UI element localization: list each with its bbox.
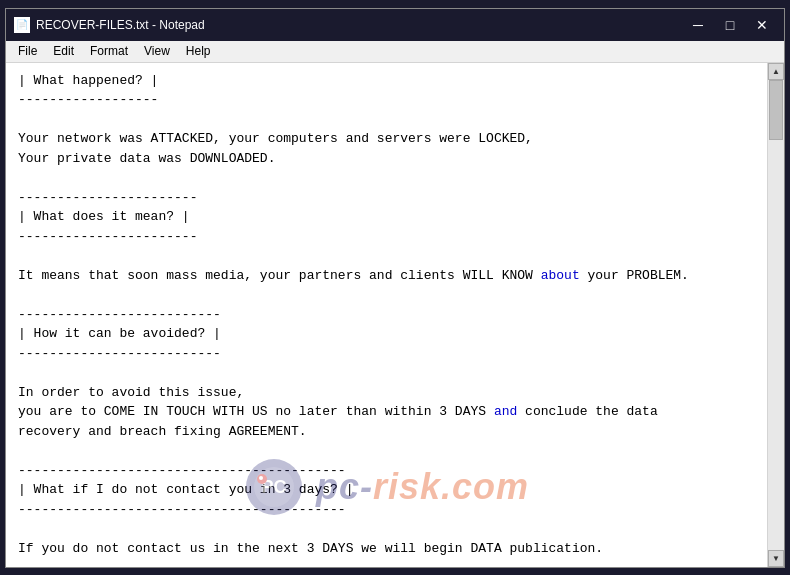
menu-view[interactable]: View — [136, 42, 178, 60]
content-area: | What happened? | ------------------ Yo… — [6, 63, 784, 567]
close-button[interactable]: ✕ — [748, 15, 776, 35]
scroll-up-button[interactable]: ▲ — [768, 63, 784, 80]
text-editor[interactable]: | What happened? | ------------------ Yo… — [6, 63, 767, 567]
menu-format[interactable]: Format — [82, 42, 136, 60]
window-controls: ─ □ ✕ — [684, 15, 776, 35]
app-icon: 📄 — [14, 17, 30, 33]
menu-help[interactable]: Help — [178, 42, 219, 60]
minimize-button[interactable]: ─ — [684, 15, 712, 35]
menu-bar: File Edit Format View Help — [6, 41, 784, 63]
window-title: RECOVER-FILES.txt - Notepad — [36, 18, 205, 32]
scrollbar[interactable]: ▲ ▼ — [767, 63, 784, 567]
notepad-window: 📄 RECOVER-FILES.txt - Notepad ─ □ ✕ File… — [5, 8, 785, 568]
title-bar: 📄 RECOVER-FILES.txt - Notepad ─ □ ✕ — [6, 9, 784, 41]
scroll-down-button[interactable]: ▼ — [768, 550, 784, 567]
scroll-track[interactable] — [768, 80, 784, 550]
maximize-button[interactable]: □ — [716, 15, 744, 35]
menu-edit[interactable]: Edit — [45, 42, 82, 60]
scroll-thumb[interactable] — [769, 80, 783, 140]
menu-file[interactable]: File — [10, 42, 45, 60]
title-bar-left: 📄 RECOVER-FILES.txt - Notepad — [14, 17, 205, 33]
